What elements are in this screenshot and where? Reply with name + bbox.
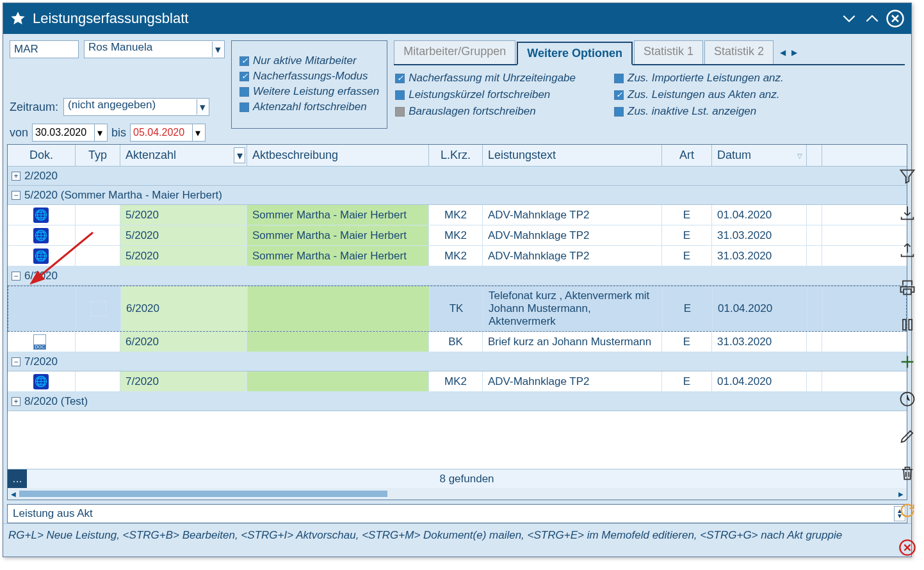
status-bar: RG+L> Neue Leistung, <STRG+B> Bearbeiten… [3,523,911,546]
group-row[interactable]: −5/2020 (Sommer Martha - Maier Herbert) [8,186,907,205]
globe-icon: 🌐 [33,248,49,264]
tab-mitarbeiter-gruppen[interactable]: Mitarbeiter/Gruppen [394,40,515,64]
type-icon [91,301,106,316]
checkbox-icon: ✓ [395,74,405,83]
checkbox-icon [614,74,624,83]
dropdown-icon[interactable]: ▾ [212,42,223,57]
checkbox-icon [239,87,249,97]
chk-nacherfassung[interactable]: ✓Nacherfassungs-Modus [239,70,379,83]
column-filter-dropdown-icon[interactable]: ▾ [234,147,245,163]
grid-header-row: Dok. Typ Aktenzahl▾ Aktbeschreibung L.Kr… [8,145,907,167]
checkbox-icon: ✓ [614,90,624,100]
to-label: bis [111,126,126,140]
expand-icon[interactable]: + [12,172,20,181]
bottom-combo-input[interactable]: Leistung aus Akt ▲▼ [7,504,907,523]
chk-zus-akten[interactable]: ✓Zus. Leistungen aus Akten anz. [614,88,784,101]
grid: Dok. Typ Aktenzahl▾ Aktbeschreibung L.Kr… [7,144,907,500]
tab-statistik-2[interactable]: Statistik 2 [704,40,774,64]
collapse-icon[interactable]: − [12,272,20,281]
tab-body: ✓Nacherfassung mit Uhrzeiteingabe Leistu… [394,65,905,124]
grid-footer: … 8 gefunden [8,469,907,488]
delete-icon[interactable] [896,462,918,484]
export-icon[interactable] [896,240,918,261]
employee-name-select[interactable]: Ros Manuela ▾ [84,40,225,58]
date-to-input[interactable]: 05.04.2020 ▾ [130,124,206,142]
tab-scroll-right-icon[interactable]: ▶ [789,44,799,61]
scroll-left-icon[interactable]: ◀ [8,488,19,500]
chk-weitere-leistung[interactable]: Weitere Leistung erfassen [239,85,379,98]
group-row[interactable]: −7/2020 [8,352,907,371]
group-title: 5/2020 (Sommer Martha - Maier Herbert) [24,189,222,202]
chk-nacherfassung-uhrzeit[interactable]: ✓Nacherfassung mit Uhrzeiteingabe [395,72,576,85]
grid-footer-menu-button[interactable]: … [8,469,27,488]
date-to-value: 05.04.2020 [133,127,192,138]
dropdown-icon[interactable]: ▾ [192,124,202,141]
chk-nur-aktive[interactable]: ✓Nur aktive Mitarbeiter [239,54,379,67]
collapse-icon[interactable]: − [12,191,20,200]
tab-statistik-1[interactable]: Statistik 1 [634,40,703,64]
employee-code-input[interactable] [10,40,79,58]
refresh-icon[interactable] [896,500,918,521]
filter-icon[interactable] [896,165,918,187]
table-row[interactable]: 🌐7/2020MK2ADV-Mahnklage TP2E01.04.2020 [8,371,907,392]
table-row[interactable]: 6/2020TKTelefonat kurz , Aktenvermerk mi… [8,286,907,332]
col-header-typ[interactable]: Typ [76,145,120,166]
print-icon[interactable] [896,277,918,298]
type-icon [90,334,106,350]
checkbox-icon: ✓ [239,56,249,66]
type-icon [90,248,106,264]
date-from-input[interactable]: 30.03.2020 ▾ [32,124,108,142]
table-row[interactable]: 🌐5/2020Sommer Martha - Maier HerbertMK2A… [8,205,907,225]
import-icon[interactable] [896,202,918,224]
dropdown-icon[interactable]: ▾ [94,124,104,141]
group-row[interactable]: −6/2020 [8,266,907,286]
col-header-lkrz[interactable]: L.Krz. [429,145,483,166]
add-icon[interactable] [896,351,918,373]
checkbox-icon [239,102,249,112]
dropdown-icon[interactable]: ▾ [197,99,208,115]
chk-zus-importierte[interactable]: Zus. Importierte Leistungen anz. [614,72,784,85]
collapse-icon[interactable]: − [12,357,20,366]
cancel-icon[interactable] [896,537,918,558]
chk-leistungskuerzel[interactable]: Leistungskürzel fortschreiben [395,88,576,101]
window-close-icon[interactable] [886,9,905,28]
type-icon [90,228,106,243]
clock-icon[interactable] [896,388,918,410]
table-row[interactable]: 6/2020BKBrief kurz an Johann MustermannE… [8,332,907,352]
table-row[interactable]: 🌐5/2020Sommer Martha - Maier HerbertMK2A… [8,225,907,246]
expand-icon[interactable]: + [12,397,20,406]
group-row[interactable]: +8/2020 (Test) [8,392,907,411]
chk-zus-inaktive[interactable]: Zus. inaktive Lst. anzeigen [614,105,784,118]
type-icon [90,208,106,223]
svg-rect-2 [903,320,906,330]
chk-aktenzahl-fortschreiben[interactable]: Aktenzahl fortschreiben [239,101,379,113]
col-header-aktbeschreibung[interactable]: Aktbeschreibung [247,145,429,166]
tab-scroll-left-icon[interactable]: ◀ [777,44,788,61]
col-header-leistungstext[interactable]: Leistungstext [483,145,662,166]
chk-barauslagen[interactable]: Barauslagen fortschreiben [395,105,576,118]
scrollbar-thumb[interactable] [19,491,387,497]
period-select[interactable]: (nicht angegeben) ▾ [63,98,209,116]
group-title: 6/2020 [24,270,58,282]
col-header-art[interactable]: Art [662,145,712,166]
favorite-star-icon[interactable] [10,10,26,27]
col-header-datum[interactable]: Datum▽ [712,145,807,166]
tab-weitere-optionen[interactable]: Weitere Optionen [517,42,633,65]
window-collapse-up-icon[interactable] [863,9,882,28]
from-label: von [10,126,28,140]
table-row[interactable]: 🌐5/2020Sommer Martha - Maier HerbertMK2A… [8,246,907,266]
date-from-value: 30.03.2020 [35,127,94,138]
col-header-dok[interactable]: Dok. [8,145,76,166]
checkbox-icon [614,107,624,117]
horizontal-scrollbar[interactable]: ◀ ▶ [8,488,907,500]
tab-strip: Mitarbeiter/Gruppen Weitere Optionen Sta… [394,40,905,65]
edit-icon[interactable] [896,425,918,447]
window-collapse-down-icon[interactable] [839,9,859,28]
grid-result-count: 8 gefunden [27,473,907,485]
type-icon [90,374,106,389]
pause-icon[interactable] [896,314,918,336]
col-header-aktenzahl[interactable]: Aktenzahl▾ [120,145,247,166]
period-label: Zeitraum: [10,101,58,114]
group-row[interactable]: +2/2020 [8,167,907,186]
title-bar: Leistungserfassungsblatt [3,3,911,34]
